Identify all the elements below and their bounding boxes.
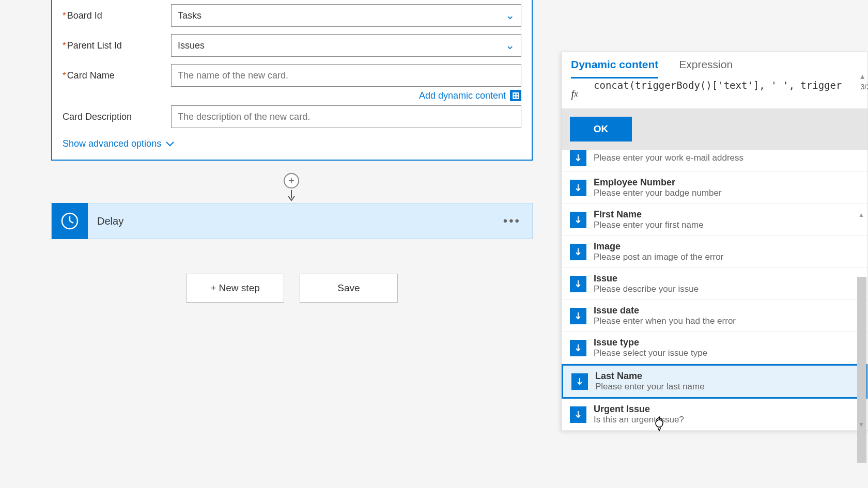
page-indicator: 3/3: [861, 83, 868, 91]
parent-list-select[interactable]: Issues ⌄: [171, 34, 521, 57]
form-field-icon: [570, 276, 586, 292]
form-field-icon: [570, 340, 586, 356]
card-name-input[interactable]: [171, 64, 521, 87]
board-id-select[interactable]: Tasks ⌄: [171, 4, 521, 27]
board-id-label: *Board Id: [63, 10, 171, 21]
scroll-up-icon[interactable]: ▲: [858, 211, 864, 218]
dc-item-employee-number[interactable]: Employee Number Please enter your badge …: [562, 172, 867, 204]
svg-line-3: [70, 221, 73, 223]
form-field-icon: [570, 150, 586, 166]
tab-dynamic-content[interactable]: Dynamic content: [571, 58, 658, 78]
chevron-down-icon: ⌄: [505, 39, 515, 52]
scroll-down-icon[interactable]: ▼: [858, 421, 864, 428]
dc-item-email[interactable]: Email Please enter your work e-mail addr…: [562, 150, 867, 172]
scrollbar-thumb[interactable]: [857, 277, 866, 463]
dc-item-first-name[interactable]: First Name Please enter your first name: [562, 204, 867, 236]
dc-item-last-name[interactable]: Last Name Please enter your last name: [562, 364, 867, 399]
formula-input[interactable]: concat(triggerBody()['text'], ' ', trigg…: [587, 80, 867, 108]
save-button[interactable]: Save: [300, 274, 398, 303]
dc-item-issue-type[interactable]: Issue type Please select your issue type: [562, 332, 867, 364]
svg-point-4: [656, 420, 663, 427]
add-dynamic-content-link[interactable]: Add dynamic content ⊞: [63, 90, 521, 101]
dc-item-issue[interactable]: Issue Please describe your issue: [562, 268, 867, 300]
flow-arrow-icon: [287, 190, 296, 201]
cursor-icon: [653, 416, 667, 432]
card-description-label: Card Description: [63, 112, 171, 122]
add-step-icon[interactable]: +: [284, 173, 299, 188]
dc-item-issue-date[interactable]: Issue date Please enter when you had the…: [562, 300, 867, 332]
board-id-value: Tasks: [178, 10, 202, 21]
card-name-label: *Card Name: [63, 70, 171, 81]
delay-action[interactable]: Delay •••: [51, 203, 533, 239]
board-id-row: *Board Id Tasks ⌄: [63, 4, 521, 27]
delay-icon: [52, 203, 88, 239]
form-field-icon: [570, 212, 586, 228]
delay-label: Delay: [97, 215, 492, 227]
tab-expression[interactable]: Expression: [679, 58, 733, 78]
card-name-row: *Card Name: [63, 64, 521, 87]
parent-list-value: Issues: [178, 40, 205, 51]
form-field-icon: [570, 406, 586, 423]
card-description-input[interactable]: [171, 105, 521, 128]
chevron-down-icon: ⌄: [505, 9, 515, 22]
form-field-icon: [570, 180, 586, 196]
show-advanced-options[interactable]: Show advanced options: [63, 138, 521, 149]
formula-row: fx concat(triggerBody()['text'], ' ', tr…: [562, 80, 867, 108]
dynamic-content-list: Email Please enter your work e-mail addr…: [562, 150, 867, 431]
fx-icon: fx: [562, 80, 587, 108]
card-description-row: Card Description: [63, 105, 521, 128]
parent-list-row: *Parent List Id Issues ⌄: [63, 34, 521, 57]
form-field-icon: [570, 244, 586, 260]
new-step-button[interactable]: + New step: [186, 274, 284, 303]
form-field-icon: [571, 373, 588, 390]
dynamic-content-flyout: Dynamic content Expression fx concat(tri…: [561, 52, 868, 431]
dc-item-image[interactable]: Image Please post an image of the error: [562, 236, 867, 268]
flyout-scroll-icon[interactable]: ▲: [859, 72, 866, 81]
create-card-action: *Board Id Tasks ⌄ *Parent List Id Issues…: [51, 0, 533, 161]
ok-row: OK: [562, 108, 867, 150]
flyout-tabs: Dynamic content Expression: [562, 52, 867, 80]
dc-item-urgent-issue[interactable]: Urgent Issue Is this an urgent issue?: [562, 399, 867, 431]
parent-list-label: *Parent List Id: [63, 40, 171, 51]
footer-buttons: + New step Save: [51, 274, 533, 303]
form-field-icon: [570, 308, 586, 324]
ok-button[interactable]: OK: [570, 117, 632, 141]
more-options-icon[interactable]: •••: [492, 214, 532, 228]
add-dynamic-content-icon: ⊞: [510, 90, 521, 101]
chevron-down-icon: [165, 141, 175, 147]
